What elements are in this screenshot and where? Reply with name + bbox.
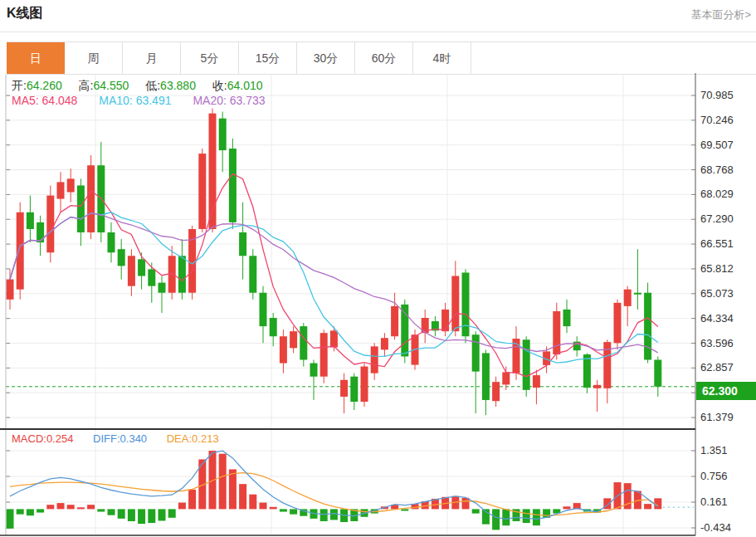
ma20-label: MA20: xyxy=(193,94,229,107)
macd-histogram-group xyxy=(7,451,662,530)
macd-axis-label: 0.161 xyxy=(700,496,728,508)
price-axis-label: 70.246 xyxy=(700,114,734,126)
price-axis-label: 65.073 xyxy=(700,287,734,300)
macd-readout: MACD:0.254 DIFF:0.340 DEA:0.213 xyxy=(12,432,219,445)
ma-readout: MA5: 64.048 MA10: 63.491 MA20: 63.733 xyxy=(12,94,266,107)
macd-axis-label: 0.756 xyxy=(700,470,728,482)
kline-page: K线图 基本面分析> 日 周 月 5分 15分 30分 60分 4时 70.98… xyxy=(0,0,756,537)
ma10-value: 63.491 xyxy=(136,94,172,107)
price-axis-label: 68.029 xyxy=(700,188,734,200)
chart-area: 70.98570.24669.50768.76868.02967.29066.5… xyxy=(0,0,756,537)
price-axis-label: 61.379 xyxy=(700,411,734,423)
macd-label: MACD: xyxy=(12,432,46,445)
open-value: 64.260 xyxy=(27,79,62,92)
macd-value: 0.254 xyxy=(46,432,74,445)
price-axis-label: 65.812 xyxy=(700,262,734,275)
price-axis-label: 69.507 xyxy=(700,139,734,151)
close-label: 收: xyxy=(212,79,227,92)
low-value: 63.880 xyxy=(160,79,196,92)
open-label: 开: xyxy=(12,79,27,92)
macd-axis-label: 1.351 xyxy=(700,444,728,456)
current-price-badge: 62.300 xyxy=(696,382,756,400)
macd-axis-label: -0.434 xyxy=(700,521,731,534)
ohlc-readout: 开:64.260 高:64.550 低:63.880 收:64.010 xyxy=(12,79,276,94)
dea-label: DEA: xyxy=(167,432,192,445)
high-value: 64.550 xyxy=(94,79,129,92)
candles-group xyxy=(7,109,662,416)
price-axis-label: 63.596 xyxy=(700,337,734,349)
price-axis-label: 68.768 xyxy=(700,164,734,176)
low-label: 低: xyxy=(145,79,160,92)
price-axis-label: 70.985 xyxy=(700,89,734,101)
diff-label: DIFF: xyxy=(93,432,120,445)
dea-value: 0.213 xyxy=(192,432,219,445)
ma20-value: 63.733 xyxy=(230,94,266,107)
ma5-line xyxy=(10,173,658,376)
high-label: 高: xyxy=(79,79,94,92)
close-value: 64.010 xyxy=(227,79,263,92)
price-axis-label: 67.290 xyxy=(700,212,734,225)
ma5-label: MA5: xyxy=(12,94,42,107)
ma10-label: MA10: xyxy=(99,94,135,107)
price-axis-label: 62.857 xyxy=(700,361,734,373)
diff-value: 0.340 xyxy=(120,432,148,445)
price-axis-label: 64.334 xyxy=(700,312,734,325)
ma5-value: 64.048 xyxy=(42,94,78,107)
price-axis-label: 66.551 xyxy=(700,237,734,250)
